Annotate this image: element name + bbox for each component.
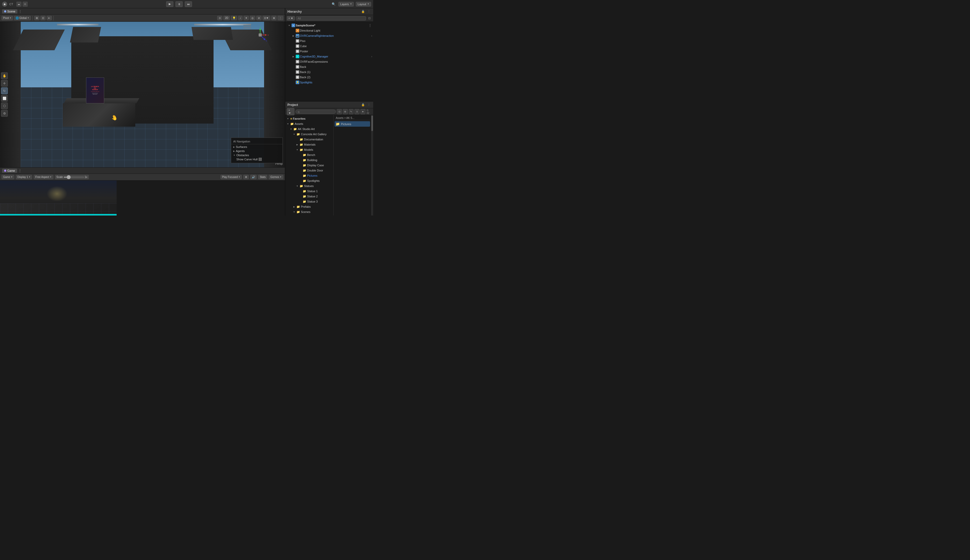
stats-btn[interactable]: Stats (258, 175, 267, 179)
aspect-btn[interactable]: Free Aspect ▼ (34, 175, 53, 179)
vr-btn[interactable]: ◎ (250, 16, 255, 20)
ai-nav-agents[interactable]: ▶ Agents (231, 149, 282, 153)
snap-btn[interactable]: ⇤ (47, 16, 52, 20)
pivot-dropdown[interactable]: Pivot ▼ (2, 16, 13, 20)
scene-viewport[interactable]: LA TIENDITADELHORROR Una Obra Musical Ve… (0, 22, 285, 167)
camera-btn[interactable]: ⊙ (217, 16, 222, 20)
scene-panel-menu[interactable]: ⋮ (18, 9, 22, 13)
2d-btn[interactable]: 2D (224, 16, 230, 20)
scene-root-expand[interactable]: ▼ (287, 23, 291, 27)
models-expand[interactable]: ▼ (296, 149, 299, 151)
nav-gizmo[interactable]: X Y Z (251, 26, 269, 44)
project-add-btn[interactable]: + ▼ (287, 108, 294, 115)
proj-item-materials[interactable]: ▶ 📁 Materials (285, 142, 333, 147)
proj-item-statue1[interactable]: 📁 Statue 1 (285, 188, 333, 194)
cognitive3d-expand[interactable]: ▶ (292, 55, 295, 58)
grid-btn[interactable]: ⊞ (34, 16, 39, 20)
project-scrollbar[interactable] (371, 115, 373, 215)
proj-item-prefabs[interactable]: ▶ 📁 Prefabs (285, 204, 333, 209)
proj-item-double-door[interactable]: 📁 Double Door (285, 168, 333, 173)
hierarchy-item-back[interactable]: ⬜ Back (285, 64, 373, 69)
hier-add-btn[interactable]: + ▼ (287, 16, 295, 20)
cloud-icon[interactable]: ☁ (16, 2, 22, 7)
tool-custom[interactable]: ⚙ (1, 110, 8, 117)
hierarchy-item-poster[interactable]: ⬜ Poster (285, 49, 373, 54)
proj-item-statues[interactable]: ▼ 📁 Statues (285, 183, 333, 188)
tool-rect[interactable]: ⬡ (1, 103, 8, 109)
show-carve-checkbox[interactable] (259, 158, 262, 161)
scale-slider[interactable] (63, 177, 84, 178)
tab-game[interactable]: Game (2, 168, 17, 173)
view-options-btn[interactable]: ⊡▼ (262, 16, 270, 20)
scale-btn[interactable]: Scale 1x (55, 175, 89, 179)
hidden-btn[interactable]: ⊘ (256, 16, 262, 20)
proj-item-scenes[interactable]: ▼ 📁 Scenes (285, 209, 333, 215)
assets-expand[interactable]: ▼ (286, 123, 289, 125)
hierarchy-menu-icon[interactable]: ⋮ (366, 9, 371, 14)
hierarchy-item-ovrface[interactable]: ⬜ OVRFaceExpressions (285, 59, 373, 64)
hierarchy-item-back1[interactable]: ⬜ Back (1) (285, 69, 373, 75)
proj-item-concrete-gallery[interactable]: ▼ 📁 Concrete Art Gallery (285, 132, 333, 137)
game-panel-menu[interactable]: ⋮ (18, 168, 22, 173)
assets-item-pictures[interactable]: 📁 Pictures (335, 121, 370, 127)
hierarchy-layout-icon[interactable]: ⊡ (367, 16, 372, 21)
hierarchy-item-cube[interactable]: ⬜ Cube (285, 43, 373, 49)
proj-item-demo[interactable]: 📁 Demo (285, 215, 333, 215)
ai-nav-show-carve[interactable]: Show Carve Hull (231, 157, 282, 162)
pause-button[interactable]: ⏸ (175, 1, 183, 7)
ai-nav-obstacles[interactable]: ▼ Obstacles (231, 153, 282, 157)
hierarchy-item-directional-light[interactable]: ☀ Directional Light (285, 28, 373, 33)
proj-item-display-case[interactable]: 📁 Display Case (285, 163, 333, 168)
proj-item-documentation[interactable]: 📁 Documentation (285, 137, 333, 142)
layout-dropdown[interactable]: Layout ▼ (356, 2, 371, 7)
audio-game-btn[interactable]: 🔊 (250, 175, 257, 179)
project-search[interactable] (296, 110, 336, 114)
proj-icon-btn-5[interactable]: ★ (361, 109, 366, 114)
tool-move[interactable]: ✛ (1, 80, 8, 87)
ovrcamera-expand[interactable]: ▶ (292, 34, 295, 38)
layers-dropdown[interactable]: Layers ▼ (339, 2, 354, 7)
prefabs-expand[interactable]: ▶ (292, 206, 296, 208)
play-button[interactable]: ▶ (166, 1, 174, 7)
materials-expand[interactable]: ▶ (296, 143, 299, 146)
proj-item-pictures[interactable]: 📁 Pictures (285, 173, 333, 178)
scenes-expand[interactable]: ▼ (292, 211, 296, 213)
project-menu-icon[interactable]: ⋮ (366, 103, 371, 107)
hierarchy-scene-root[interactable]: ▼ S SampleScene* ⋮ (285, 23, 373, 28)
fx-btn[interactable]: ✦ (244, 16, 249, 20)
tab-scene[interactable]: Scene (2, 9, 17, 13)
view-btn[interactable]: ⊡ (40, 16, 46, 20)
game-settings-btn[interactable]: ⚙ (243, 175, 249, 179)
gizmos-btn[interactable]: Gizmos ▼ (269, 175, 283, 179)
search-scene-btn[interactable]: ⋮ (277, 16, 283, 20)
proj-item-building[interactable]: 📁 Building (285, 157, 333, 163)
ak-studio-expand[interactable]: ▼ (289, 128, 292, 130)
game-viewport[interactable] (0, 180, 285, 215)
proj-icon-btn-4[interactable]: ℹ (354, 109, 359, 114)
proj-item-models[interactable]: ▼ 📁 Models (285, 147, 333, 152)
hierarchy-item-ovrcamera[interactable]: ▶ 📷 OVRCameraRigInteraction › (285, 33, 373, 38)
proj-item-bench[interactable]: 📁 Bench (285, 152, 333, 157)
audio-btn[interactable]: ♪ (238, 16, 242, 20)
proj-item-spotlights-models[interactable]: 📁 Spotlights (285, 178, 333, 183)
game-mode-btn[interactable]: Game ▼ (2, 175, 14, 179)
proj-icon-btn-3[interactable]: ✎ (349, 109, 354, 114)
gizmos-btn[interactable]: ⊕ (271, 16, 277, 20)
hierarchy-item-piso[interactable]: ⬜ Piso (285, 38, 373, 43)
search-icon[interactable]: 🔍 (331, 1, 336, 7)
statues-expand[interactable]: ▼ (296, 185, 299, 187)
hierarchy-item-spotlights[interactable]: 💡 Spotlights (285, 80, 373, 85)
project-scrollbar-thumb[interactable] (371, 115, 373, 131)
tool-scale[interactable]: ⬜ (1, 95, 8, 102)
proj-item-statue3[interactable]: 📁 Statue 3 (285, 199, 333, 204)
step-button[interactable]: ⏭ (185, 1, 192, 7)
proj-icon-btn-2[interactable]: ⊞ (343, 109, 348, 114)
global-dropdown[interactable]: 🌐 Global ▼ (14, 16, 31, 20)
ai-nav-surfaces[interactable]: ▶ Surfaces (231, 145, 282, 149)
hierarchy-item-cognitive3d[interactable]: ▶ C Cognitive3D_Manager › (285, 54, 373, 59)
light-btn[interactable]: 💡 (231, 16, 237, 20)
proj-item-statue2[interactable]: 📁 Statue 2 (285, 194, 333, 199)
hierarchy-item-back2[interactable]: ⬜ Back (2) (285, 75, 373, 80)
play-focused-btn[interactable]: Play Focused ▼ (220, 175, 242, 179)
favorites-expand[interactable]: ▼ (286, 118, 289, 120)
